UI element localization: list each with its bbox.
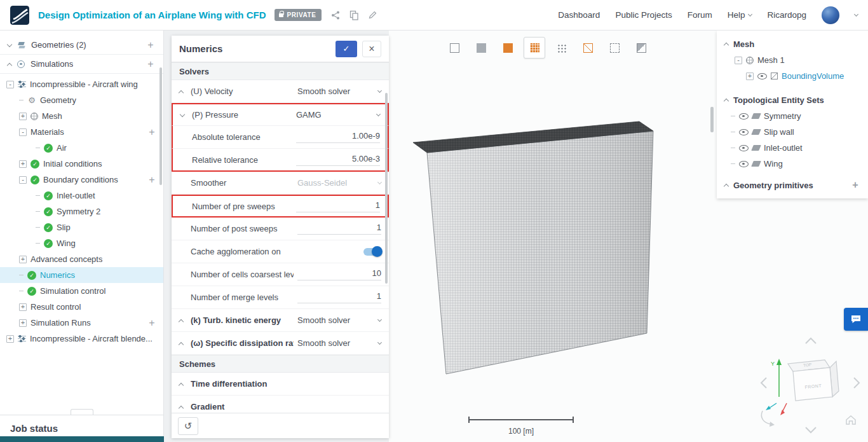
nav-link[interactable]: Public Projects [615,10,672,20]
collapse-caret-icon[interactable] [179,90,184,95]
panel-scrollbar[interactable] [385,93,388,284]
add-primitive-button[interactable] [850,180,860,190]
add-simulation-button[interactable] [146,59,156,69]
parameter-input[interactable]: 1.00e-9 [296,131,380,143]
expander-toggle[interactable]: + [19,319,27,327]
tree-item[interactable]: - Boundary conditions [0,172,163,188]
user-avatar[interactable] [822,6,839,24]
username[interactable]: Ricardopg [767,10,806,20]
tree-item[interactable]: + Mesh [0,108,163,124]
mesh-clip-icon[interactable] [630,37,652,59]
parameter-select[interactable]: Smooth solver [297,86,381,96]
tree-item[interactable]: Simulation control [0,283,163,299]
expander-toggle[interactable]: - [6,81,14,88]
edit-icon[interactable] [368,10,377,20]
expander-toggle[interactable]: - [735,57,742,64]
parameter-input[interactable]: 1 [296,200,380,212]
numerics-row[interactable]: Number of post sweeps 1 [172,218,389,240]
collapse-caret-icon[interactable] [179,319,184,324]
expander-toggle[interactable]: + [19,113,27,120]
numerics-row[interactable]: (U) Velocity Smooth solver [172,80,389,103]
rotate-down-arrow[interactable] [806,427,816,432]
tree-item[interactable]: Slip [0,219,163,235]
numerics-row[interactable]: Solvers [172,62,389,80]
numerics-row[interactable]: (P) Pressure GAMG [172,103,389,126]
parameter-select[interactable]: Smooth solver [297,315,381,325]
geometries-section[interactable]: Geometries (2) [0,36,163,55]
numerics-row[interactable]: Gradient [172,396,389,413]
tree-item[interactable]: Numerics [0,267,163,283]
parameter-input[interactable]: 5.00e-3 [296,154,380,166]
numerics-row[interactable]: Absolute tolerance 1.00e-9 [172,126,389,149]
numerics-row[interactable]: Number of pre sweeps 1 [172,195,389,218]
numerics-row[interactable]: Time differentiation [172,373,389,396]
orientation-cube[interactable]: FRONT TOP Y [754,331,862,436]
expander-toggle[interactable]: - [19,128,27,136]
mesh-section-header[interactable]: Mesh [717,36,868,52]
tree-item[interactable]: Wing [0,235,163,251]
numerics-row[interactable]: Number of cells coarsest level 10 [172,263,389,286]
tree-item[interactable]: + Initial conditions [0,156,163,172]
box-select-icon[interactable] [604,37,625,59]
tree-item[interactable]: Air [0,140,163,156]
sidebar-scrollbar[interactable] [159,67,162,185]
add-geometry-button[interactable] [146,40,156,50]
simulations-section[interactable]: Simulations [0,55,163,74]
tree-item[interactable]: Inlet-outlet [0,188,163,204]
expander-toggle[interactable]: + [19,160,27,168]
topological-sets-header[interactable]: Topological Entity Sets [717,92,868,108]
copy-icon[interactable] [349,10,359,20]
numerics-row[interactable]: Schemes [172,355,389,373]
rotate-right-arrow[interactable] [854,378,859,388]
help-menu[interactable]: Help [728,10,752,20]
share-icon[interactable] [330,10,341,20]
visibility-eye-icon[interactable] [739,113,749,120]
solid-mesh-view-icon[interactable] [497,37,519,59]
toggle-switch[interactable] [363,248,381,256]
nav-link[interactable]: Dashboard [558,10,600,20]
surface-view-icon[interactable] [470,37,492,59]
numerics-row[interactable]: Number of merge levels 1 [172,286,389,309]
add-button[interactable] [147,127,157,137]
tree-item[interactable]: Symmetry 2 [0,204,163,219]
expand-caret-icon[interactable] [180,111,185,116]
numerics-row[interactable]: Relative tolerance 5.00e-3 [172,149,389,172]
app-logo[interactable] [10,6,29,25]
wireframe-view-icon[interactable] [577,37,599,59]
mesh-tree-item[interactable]: + BoundingVolume [717,68,868,84]
topo-set-item[interactable]: Wing [717,156,868,172]
visibility-eye-icon[interactable] [739,145,749,151]
topo-set-item[interactable]: Symmetry [717,108,868,124]
numerics-row[interactable]: (ω) Specific dissipation rate Smooth sol… [172,332,389,355]
tree-item[interactable]: - Incompressible - Aircraft wing [0,76,163,92]
topo-set-item[interactable]: Inlet-outlet [717,140,868,156]
undo-button[interactable] [178,417,198,435]
expander-toggle[interactable]: + [746,73,754,80]
tree-item[interactable]: - Materials [0,124,163,140]
parameter-input[interactable]: 1 [297,291,381,303]
geometry-primitives-header[interactable]: Geometry primitives [717,177,868,193]
tree-item[interactable]: Geometry [0,92,163,108]
nav-link[interactable]: Forum [688,10,712,20]
viewport-scrollbar[interactable] [710,107,714,132]
expander-toggle[interactable]: + [6,335,14,343]
close-button[interactable] [362,41,381,57]
account-chevron-icon[interactable] [854,12,858,17]
numerics-row[interactable]: Cache agglomeration on [172,240,389,263]
parameter-select[interactable]: GAMG [296,110,380,120]
parameter-input[interactable]: 1 [297,223,381,235]
rotate-ccw-icon[interactable] [761,411,771,424]
parameter-select[interactable]: Gauss-Seidel [297,178,381,188]
surface-mesh-view-icon[interactable] [524,37,545,59]
collapse-caret-icon[interactable] [179,405,184,410]
numerics-row[interactable]: (k) Turb. kinetic energy Smooth solver [172,309,389,332]
add-button[interactable] [147,318,157,328]
collapse-caret-icon[interactable] [179,382,184,387]
expander-toggle[interactable]: + [19,256,27,263]
apply-button[interactable] [336,41,357,57]
tree-item[interactable]: + Simulation Runs [0,315,163,331]
mesh-tree-item[interactable]: - Mesh 1 [717,52,868,68]
home-view-icon[interactable] [846,416,855,424]
rotate-up-arrow[interactable] [806,338,816,343]
rotate-left-arrow[interactable] [761,378,766,388]
